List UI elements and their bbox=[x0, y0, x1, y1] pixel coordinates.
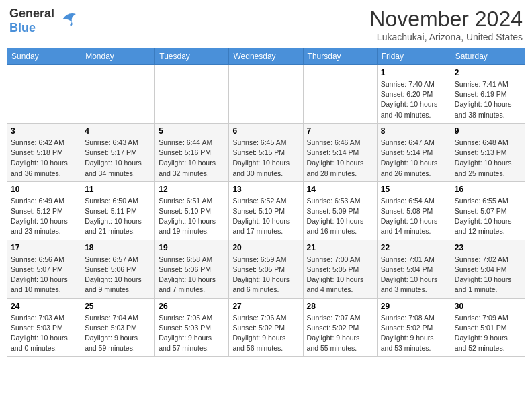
day-info: Sunrise: 6:54 AM Sunset: 5:08 PM Dayligh… bbox=[381, 196, 447, 237]
day-number: 9 bbox=[455, 126, 521, 136]
calendar-cell: 3Sunrise: 6:42 AM Sunset: 5:18 PM Daylig… bbox=[7, 123, 81, 181]
day-number: 8 bbox=[381, 126, 447, 136]
day-info: Sunrise: 6:45 AM Sunset: 5:15 PM Dayligh… bbox=[232, 138, 299, 179]
day-info: Sunrise: 6:57 AM Sunset: 5:06 PM Dayligh… bbox=[85, 255, 151, 295]
day-info: Sunrise: 6:55 AM Sunset: 5:07 PM Dayligh… bbox=[455, 196, 521, 237]
day-number: 16 bbox=[455, 185, 521, 194]
day-number: 2 bbox=[455, 68, 521, 77]
day-info: Sunrise: 7:05 AM Sunset: 5:03 PM Dayligh… bbox=[159, 313, 225, 354]
day-info: Sunrise: 6:43 AM Sunset: 5:17 PM Dayligh… bbox=[85, 138, 151, 179]
day-info: Sunrise: 6:58 AM Sunset: 5:06 PM Dayligh… bbox=[159, 255, 225, 295]
calendar-cell bbox=[81, 65, 155, 124]
day-info: Sunrise: 6:51 AM Sunset: 5:10 PM Dayligh… bbox=[159, 196, 225, 237]
day-info: Sunrise: 6:50 AM Sunset: 5:11 PM Dayligh… bbox=[85, 196, 151, 237]
calendar-cell: 8Sunrise: 6:47 AM Sunset: 5:14 PM Daylig… bbox=[377, 123, 451, 181]
day-number: 22 bbox=[381, 243, 447, 253]
calendar-cell: 17Sunrise: 6:56 AM Sunset: 5:07 PM Dayli… bbox=[7, 240, 81, 298]
day-number: 14 bbox=[307, 185, 373, 194]
day-info: Sunrise: 6:59 AM Sunset: 5:05 PM Dayligh… bbox=[232, 255, 299, 295]
calendar-cell: 22Sunrise: 7:01 AM Sunset: 5:04 PM Dayli… bbox=[377, 240, 451, 298]
day-number: 19 bbox=[159, 243, 225, 253]
calendar-cell: 11Sunrise: 6:50 AM Sunset: 5:11 PM Dayli… bbox=[81, 181, 155, 240]
calendar-cell: 29Sunrise: 7:08 AM Sunset: 5:02 PM Dayli… bbox=[377, 298, 451, 357]
calendar-cell: 14Sunrise: 6:53 AM Sunset: 5:09 PM Dayli… bbox=[303, 181, 377, 240]
calendar-cell: 20Sunrise: 6:59 AM Sunset: 5:05 PM Dayli… bbox=[229, 240, 303, 298]
day-number: 29 bbox=[381, 302, 447, 311]
day-number: 18 bbox=[85, 243, 151, 253]
day-number: 7 bbox=[307, 126, 373, 136]
week-row-3: 10Sunrise: 6:49 AM Sunset: 5:12 PM Dayli… bbox=[7, 181, 525, 240]
day-info: Sunrise: 7:00 AM Sunset: 5:05 PM Dayligh… bbox=[307, 255, 373, 295]
day-info: Sunrise: 6:42 AM Sunset: 5:18 PM Dayligh… bbox=[11, 138, 77, 179]
day-number: 28 bbox=[307, 302, 373, 311]
calendar-cell: 30Sunrise: 7:09 AM Sunset: 5:01 PM Dayli… bbox=[451, 298, 525, 357]
day-number: 26 bbox=[159, 302, 225, 311]
calendar-cell: 5Sunrise: 6:44 AM Sunset: 5:16 PM Daylig… bbox=[155, 123, 229, 181]
calendar-cell: 10Sunrise: 6:49 AM Sunset: 5:12 PM Dayli… bbox=[7, 181, 81, 240]
calendar-cell: 16Sunrise: 6:55 AM Sunset: 5:07 PM Dayli… bbox=[451, 181, 525, 240]
day-number: 17 bbox=[11, 243, 77, 253]
calendar-cell: 27Sunrise: 7:06 AM Sunset: 5:02 PM Dayli… bbox=[229, 298, 303, 357]
logo-blue-text: Blue bbox=[9, 21, 36, 34]
calendar-cell: 13Sunrise: 6:52 AM Sunset: 5:10 PM Dayli… bbox=[229, 181, 303, 240]
calendar-cell bbox=[303, 65, 377, 124]
weekday-header-row: SundayMondayTuesdayWednesdayThursdayFrid… bbox=[7, 48, 525, 65]
calendar-cell: 21Sunrise: 7:00 AM Sunset: 5:05 PM Dayli… bbox=[303, 240, 377, 298]
logo: General Blue bbox=[9, 7, 79, 35]
day-info: Sunrise: 7:04 AM Sunset: 5:03 PM Dayligh… bbox=[85, 313, 151, 354]
calendar-cell: 18Sunrise: 6:57 AM Sunset: 5:06 PM Dayli… bbox=[81, 240, 155, 298]
week-row-5: 24Sunrise: 7:03 AM Sunset: 5:03 PM Dayli… bbox=[7, 298, 525, 357]
day-number: 12 bbox=[159, 185, 225, 194]
weekday-header-wednesday: Wednesday bbox=[229, 48, 303, 65]
day-number: 23 bbox=[455, 243, 521, 253]
day-number: 6 bbox=[232, 126, 299, 136]
calendar-cell: 1Sunrise: 7:40 AM Sunset: 6:20 PM Daylig… bbox=[377, 65, 451, 124]
day-info: Sunrise: 7:07 AM Sunset: 5:02 PM Dayligh… bbox=[307, 313, 373, 354]
day-info: Sunrise: 6:49 AM Sunset: 5:12 PM Dayligh… bbox=[11, 196, 77, 237]
calendar-cell: 15Sunrise: 6:54 AM Sunset: 5:08 PM Dayli… bbox=[377, 181, 451, 240]
day-number: 30 bbox=[455, 302, 521, 311]
calendar-cell: 6Sunrise: 6:45 AM Sunset: 5:15 PM Daylig… bbox=[229, 123, 303, 181]
day-number: 4 bbox=[85, 126, 151, 136]
day-number: 24 bbox=[11, 302, 77, 311]
day-number: 21 bbox=[307, 243, 373, 253]
calendar-cell bbox=[7, 65, 81, 124]
day-info: Sunrise: 7:08 AM Sunset: 5:02 PM Dayligh… bbox=[381, 313, 447, 354]
calendar-cell: 26Sunrise: 7:05 AM Sunset: 5:03 PM Dayli… bbox=[155, 298, 229, 357]
week-row-1: 1Sunrise: 7:40 AM Sunset: 6:20 PM Daylig… bbox=[7, 65, 525, 124]
calendar-cell: 7Sunrise: 6:46 AM Sunset: 5:14 PM Daylig… bbox=[303, 123, 377, 181]
day-info: Sunrise: 7:40 AM Sunset: 6:20 PM Dayligh… bbox=[381, 79, 447, 120]
day-number: 13 bbox=[232, 185, 299, 194]
weekday-header-sunday: Sunday bbox=[7, 48, 81, 65]
day-info: Sunrise: 7:41 AM Sunset: 6:19 PM Dayligh… bbox=[455, 79, 521, 120]
day-info: Sunrise: 6:53 AM Sunset: 5:09 PM Dayligh… bbox=[307, 196, 373, 237]
day-info: Sunrise: 7:02 AM Sunset: 5:04 PM Dayligh… bbox=[455, 255, 521, 295]
day-number: 20 bbox=[232, 243, 299, 253]
day-number: 27 bbox=[232, 302, 299, 311]
calendar-cell: 24Sunrise: 7:03 AM Sunset: 5:03 PM Dayli… bbox=[7, 298, 81, 357]
weekday-header-monday: Monday bbox=[81, 48, 155, 65]
logo-general-text: General bbox=[9, 7, 54, 20]
week-row-4: 17Sunrise: 6:56 AM Sunset: 5:07 PM Dayli… bbox=[7, 240, 525, 298]
day-info: Sunrise: 6:44 AM Sunset: 5:16 PM Dayligh… bbox=[159, 138, 225, 179]
day-number: 15 bbox=[381, 185, 447, 194]
calendar: SundayMondayTuesdayWednesdayThursdayFrid… bbox=[7, 48, 525, 357]
calendar-cell: 19Sunrise: 6:58 AM Sunset: 5:06 PM Dayli… bbox=[155, 240, 229, 298]
calendar-cell: 23Sunrise: 7:02 AM Sunset: 5:04 PM Dayli… bbox=[451, 240, 525, 298]
weekday-header-thursday: Thursday bbox=[303, 48, 377, 65]
day-number: 10 bbox=[11, 185, 77, 194]
day-info: Sunrise: 6:52 AM Sunset: 5:10 PM Dayligh… bbox=[232, 196, 299, 237]
location: Lukachukai, Arizona, United States bbox=[369, 32, 523, 42]
weekday-header-tuesday: Tuesday bbox=[155, 48, 229, 65]
page-header: General Blue November 2024 Lukachukai, A… bbox=[7, 7, 525, 42]
day-info: Sunrise: 7:01 AM Sunset: 5:04 PM Dayligh… bbox=[381, 255, 447, 295]
logo-bird-icon bbox=[57, 10, 79, 29]
calendar-cell: 12Sunrise: 6:51 AM Sunset: 5:10 PM Dayli… bbox=[155, 181, 229, 240]
day-number: 1 bbox=[381, 68, 447, 77]
calendar-cell: 28Sunrise: 7:07 AM Sunset: 5:02 PM Dayli… bbox=[303, 298, 377, 357]
weekday-header-friday: Friday bbox=[377, 48, 451, 65]
day-info: Sunrise: 6:48 AM Sunset: 5:13 PM Dayligh… bbox=[455, 138, 521, 179]
day-info: Sunrise: 6:47 AM Sunset: 5:14 PM Dayligh… bbox=[381, 138, 447, 179]
day-number: 25 bbox=[85, 302, 151, 311]
day-info: Sunrise: 7:09 AM Sunset: 5:01 PM Dayligh… bbox=[455, 313, 521, 354]
